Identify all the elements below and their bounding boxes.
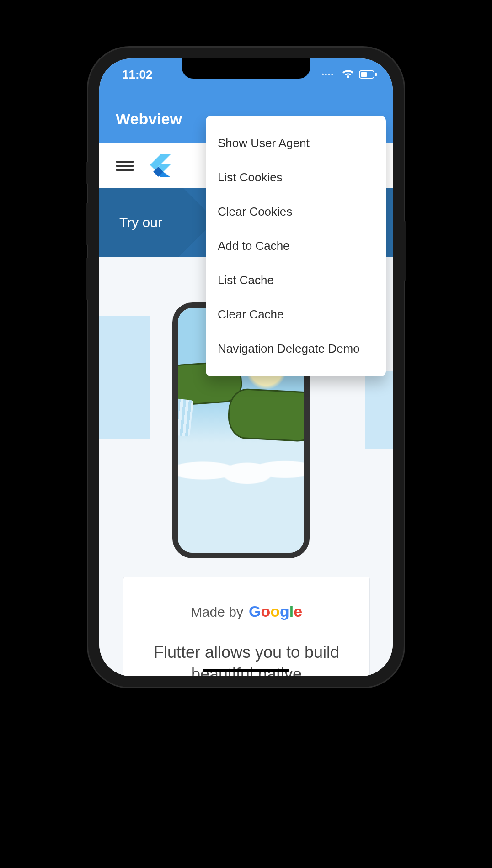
device-switch: [86, 162, 88, 184]
menu-item-show-user-agent[interactable]: Show User Agent: [206, 126, 386, 160]
google-logo: Google: [249, 603, 302, 620]
app-title: Webview: [116, 110, 182, 128]
wifi-icon: [342, 69, 354, 79]
signal-dots-icon: ••••: [321, 71, 334, 78]
menu-item-clear-cache[interactable]: Clear Cache: [206, 297, 386, 332]
made-by-line: Made by Google: [191, 603, 302, 620]
device-frame: 11:02 •••• Webview: [88, 48, 404, 687]
device-bezel: 11:02 •••• Webview: [99, 58, 393, 676]
status-right: ••••: [321, 69, 377, 79]
hamburger-icon[interactable]: [116, 159, 134, 173]
menu-item-add-to-cache[interactable]: Add to Cache: [206, 229, 386, 263]
overflow-menu: Show User Agent List Cookies Clear Cooki…: [206, 116, 386, 376]
device-notch: [182, 58, 310, 79]
flutter-logo-icon[interactable]: [147, 153, 171, 178]
deco-block: [365, 371, 393, 449]
menu-item-clear-cookies[interactable]: Clear Cookies: [206, 195, 386, 229]
made-by-card: Made by Google Flutter allows you to bui…: [123, 577, 370, 676]
home-indicator[interactable]: [203, 669, 289, 672]
made-by-prefix: Made by: [191, 604, 243, 620]
svg-rect-2: [375, 73, 377, 76]
status-time: 11:02: [122, 68, 153, 82]
battery-icon: [359, 70, 377, 79]
device-vol-down: [86, 258, 88, 300]
deco-block: [99, 316, 150, 439]
screen: 11:02 •••• Webview: [99, 58, 393, 676]
svg-rect-1: [361, 72, 367, 77]
menu-item-navigation-delegate[interactable]: Navigation Delegate Demo: [206, 332, 386, 366]
device-power: [404, 221, 406, 281]
menu-item-list-cookies[interactable]: List Cookies: [206, 160, 386, 195]
promo-banner-text: Try our: [119, 215, 162, 230]
device-vol-up: [86, 203, 88, 245]
menu-item-list-cache[interactable]: List Cache: [206, 263, 386, 297]
